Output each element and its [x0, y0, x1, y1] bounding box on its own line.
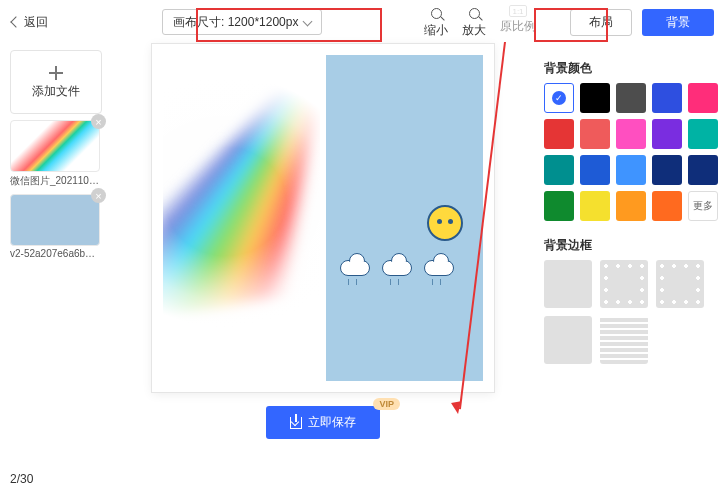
- color-swatch[interactable]: [616, 155, 646, 185]
- topbar: 返回 画布尺寸: 1200*1200px 缩小 放大 1:1 原比例 布局: [0, 0, 726, 44]
- color-swatch[interactable]: ✓: [544, 83, 574, 113]
- add-file-button[interactable]: 添加文件: [10, 50, 102, 114]
- color-swatch[interactable]: [652, 155, 682, 185]
- cloud-graphic: [424, 260, 454, 276]
- thumbnail-preview[interactable]: [10, 120, 100, 172]
- back-label: 返回: [24, 14, 48, 31]
- color-swatch[interactable]: [652, 119, 682, 149]
- border-option-scallop[interactable]: [600, 260, 648, 308]
- thumbnail-filename: v2-52a207e6a6b6ad6...: [10, 248, 100, 259]
- rain-graphic: [432, 279, 433, 285]
- section-title-bg-border: 背景边框: [544, 237, 716, 254]
- border-option-plain[interactable]: [544, 260, 592, 308]
- ratio-label: 原比例: [500, 18, 536, 35]
- plus-icon: [48, 65, 64, 81]
- color-swatch[interactable]: [652, 191, 682, 221]
- rain-graphic: [348, 279, 349, 285]
- right-panel: 背景颜色 ✓更多 背景边框: [534, 44, 726, 500]
- page-current: 2: [10, 472, 17, 486]
- delete-thumbnail-button[interactable]: ×: [91, 188, 106, 203]
- color-swatch[interactable]: [616, 191, 646, 221]
- zoom-in-label: 放大: [462, 22, 486, 39]
- cloud-graphic: [340, 260, 370, 276]
- canvas-area: 立即保存 VIP: [112, 44, 534, 500]
- vip-badge: VIP: [373, 398, 400, 410]
- color-swatch[interactable]: [688, 83, 718, 113]
- chevron-down-icon: [303, 16, 313, 26]
- zoom-out-icon: [431, 8, 442, 19]
- color-swatch[interactable]: [616, 119, 646, 149]
- color-swatch[interactable]: [688, 119, 718, 149]
- zoom-out-label: 缩小: [424, 22, 448, 39]
- page-indicator: 2/30: [10, 464, 102, 494]
- check-icon: ✓: [552, 91, 566, 105]
- back-button[interactable]: 返回: [8, 10, 52, 35]
- original-ratio-button[interactable]: 1:1 原比例: [500, 5, 536, 35]
- color-swatch[interactable]: [544, 155, 574, 185]
- rain-graphic: [390, 279, 391, 285]
- cloud-graphic: [382, 260, 412, 276]
- more-colors-button[interactable]: 更多: [688, 191, 718, 221]
- canvas-size-dropdown[interactable]: 画布尺寸: 1200*1200px: [162, 9, 322, 35]
- sun-graphic: [427, 205, 463, 241]
- chevron-left-icon: [10, 16, 21, 27]
- border-option-grid: [544, 260, 716, 364]
- color-swatch[interactable]: [544, 191, 574, 221]
- color-swatch[interactable]: [580, 191, 610, 221]
- ratio-icon: 1:1: [509, 5, 527, 17]
- thumbnail-filename: 微信图片_20211009...: [10, 174, 100, 188]
- thumbnail-item[interactable]: × v2-52a207e6a6b6ad6...: [10, 194, 100, 259]
- download-icon: [290, 417, 302, 429]
- zoom-out-button[interactable]: 缩小: [424, 5, 448, 39]
- border-option-stamp[interactable]: [656, 260, 704, 308]
- zoom-toolbar: 缩小 放大 1:1 原比例: [424, 5, 536, 39]
- border-option-plain[interactable]: [544, 316, 592, 364]
- color-swatch[interactable]: [580, 119, 610, 149]
- rain-graphic: [440, 279, 441, 285]
- rain-graphic: [356, 279, 357, 285]
- rainbow-graphic: [163, 55, 320, 326]
- color-swatch[interactable]: [688, 155, 718, 185]
- tab-background-label: 背景: [666, 15, 690, 29]
- color-swatch[interactable]: [580, 155, 610, 185]
- zoom-in-icon: [469, 8, 480, 19]
- save-button[interactable]: 立即保存 VIP: [266, 406, 380, 439]
- tab-layout-label: 布局: [589, 15, 613, 29]
- color-swatch[interactable]: [616, 83, 646, 113]
- zoom-in-button[interactable]: 放大: [462, 5, 486, 39]
- save-button-label: 立即保存: [308, 414, 356, 431]
- add-file-label: 添加文件: [32, 83, 80, 100]
- canvas-size-prefix: 画布尺寸:: [173, 10, 224, 34]
- tab-background[interactable]: 背景: [642, 9, 714, 36]
- canvas-pane-left[interactable]: [163, 55, 320, 381]
- canvas-pane-right[interactable]: [326, 55, 483, 381]
- canvas-size-value: 1200*1200px: [228, 10, 299, 34]
- color-swatch[interactable]: [652, 83, 682, 113]
- annotation-arrow-head: [451, 401, 463, 415]
- color-swatch-grid: ✓更多: [544, 83, 716, 221]
- thumbnail-item[interactable]: × 微信图片_20211009...: [10, 120, 100, 188]
- color-swatch[interactable]: [580, 83, 610, 113]
- tab-layout[interactable]: 布局: [570, 9, 632, 36]
- page-total: /30: [17, 472, 34, 486]
- canvas-frame[interactable]: [152, 44, 494, 392]
- border-option-stripe[interactable]: [600, 316, 648, 364]
- section-title-bg-color: 背景颜色: [544, 60, 716, 77]
- color-swatch[interactable]: [544, 119, 574, 149]
- rain-graphic: [398, 279, 399, 285]
- sidebar: 添加文件 × 微信图片_20211009... × v2-52a207e6a6b…: [0, 44, 112, 500]
- delete-thumbnail-button[interactable]: ×: [91, 114, 106, 129]
- thumbnail-preview[interactable]: [10, 194, 100, 246]
